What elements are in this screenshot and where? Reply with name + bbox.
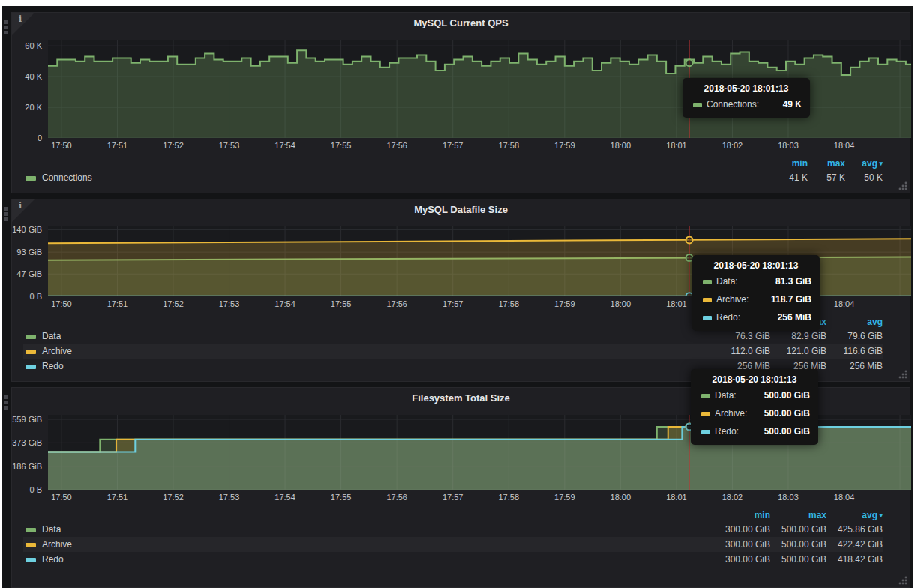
legend-stat-value: 300.00 GiB [714,539,770,550]
legend-series-row: Connections41 K57 K50 K [23,170,883,185]
panel-info-icon[interactable]: i [12,200,34,222]
legend-stat-value: 116.6 GiB [826,346,883,356]
x-axis-label: 17:54 [264,493,306,502]
x-axis-label: 18:01 [656,493,698,502]
legend-series-toggle-data[interactable]: Data [23,522,714,537]
x-axis-label: 17:52 [152,299,194,308]
x-axis-label: 17:59 [544,141,586,150]
panel-title[interactable]: MySQL Datafile Size [12,200,910,220]
legend-stat-value: 50 K [845,172,883,183]
x-axis-label: 17:59 [544,493,586,502]
legend-stat-value: 112.0 GiB [714,346,770,356]
tooltip-timestamp: 2018-05-20 18:01:13 [700,260,812,271]
series-color-dash-icon [26,528,36,532]
y-axis-label: 93 GiB [0,248,42,256]
panel-drag-handle[interactable] [4,19,10,36]
panel-resize-handle[interactable] [898,575,908,586]
x-axis-label: 18:04 [824,141,866,150]
tooltip-series-row: Data:500.00 GiB [699,388,810,403]
panel-drag-handle[interactable] [4,206,10,223]
x-axis-label: 18:00 [599,299,641,308]
x-axis-label: 17:58 [488,299,530,308]
x-axis-label: 17:51 [96,299,138,308]
legend-stat-value: 500.00 GiB [770,524,826,535]
legend-stat-value: 500.00 GiB [770,554,826,565]
y-axis-label: 0 [0,134,42,142]
x-axis-label: 17:55 [320,299,362,308]
panel-resize-handle[interactable] [898,181,908,191]
y-axis-label: 47 GiB [0,269,42,278]
x-axis-label: 18:02 [711,141,753,150]
legend-stat-value: 121.0 GiB [770,346,826,356]
series-color-dash-icon [693,103,702,107]
legend-stat-value: 57 K [808,172,845,183]
legend-stat-header-max[interactable]: max [770,510,826,520]
x-axis-label: 17:53 [208,299,250,308]
x-axis: 17:5017:5117:5217:5317:5417:5517:5617:57… [48,140,898,154]
legend-stat-header-min[interactable]: min [714,510,770,520]
legend-series-toggle-redo[interactable]: Redo [23,552,714,567]
legend-stat-header-avg[interactable]: avg ▾ [826,510,883,520]
legend-stat-header-max[interactable]: max [808,158,845,169]
series-color-dash-icon [703,298,712,302]
x-axis-label: 18:00 [599,493,641,502]
legend-series-row: Archive300.00 GiB500.00 GiB422.42 GiB [23,537,883,552]
panel-drag-handle[interactable] [4,394,10,411]
y-axis-label: 140 GiB [0,225,42,234]
y-axis-label: 186 GiB [0,462,42,471]
legend-stat-value: 418.42 GiB [826,554,883,565]
series-color-dash-icon [701,394,710,398]
legend-stat-value: 425.86 GiB [826,524,883,535]
panel-resize-handle[interactable] [898,369,908,380]
legend-series-row: Archive112.0 GiB121.0 GiB116.6 GiB [23,344,883,358]
legend-series-toggle-redo[interactable]: Redo [23,358,714,374]
series-color-dash-icon [703,316,712,320]
x-axis-label: 17:56 [376,493,418,502]
legend-series-toggle-data[interactable]: Data [23,328,714,344]
legend-stat-value: 82.9 GiB [770,331,826,341]
legend-series-toggle-connections[interactable]: Connections [23,170,770,185]
tooltip-timestamp: 2018-05-20 18:01:13 [691,83,802,94]
legend-stat-header-avg[interactable]: avg [826,316,883,327]
x-axis-label: 17:53 [208,141,250,150]
series-color-dash-icon [26,334,36,339]
x-axis-label: 17:54 [264,141,306,150]
x-axis-label: 17:54 [264,299,306,308]
x-axis-label: 18:04 [824,493,866,502]
legend-stat-value: 256 MiB [826,361,883,371]
legend-stat-value: 41 K [770,172,808,183]
series-color-dash-icon [26,350,36,354]
graph-tooltip: 2018-05-20 18:01:13 Connections:49 K [682,78,810,118]
x-axis-label: 17:58 [488,493,530,502]
x-axis: 17:5017:5117:5217:5317:5417:5517:5617:57… [48,491,898,506]
x-axis-label: 17:56 [376,141,418,150]
y-axis-label: 0 B [0,485,42,494]
legend-stat-value: 500.00 GiB [770,539,826,550]
legend-series-toggle-archive[interactable]: Archive [23,537,714,552]
grafana-dashboard: i MySQL Current QPS 020 K40 K60 K 17:501… [2,6,914,588]
legend-stat-header-min[interactable]: min [770,158,808,169]
series-color-dash-icon [703,280,712,284]
x-axis-label: 18:02 [711,493,753,502]
sort-caret-icon: ▾ [878,512,883,519]
tooltip-series-row: Archive:500.00 GiB [699,406,810,421]
x-axis-label: 17:50 [40,299,82,308]
x-axis-label: 17:52 [152,493,194,502]
y-axis-label: 20 K [0,103,42,112]
legend-stat-value: 300.00 GiB [714,524,770,535]
legend-series-toggle-archive[interactable]: Archive [23,344,714,358]
panel-title[interactable]: MySQL Current QPS [12,13,910,34]
x-axis-label: 18:01 [656,299,698,308]
series-color-dash-icon [26,543,36,548]
graph-tooltip: 2018-05-20 18:01:13 Data:500.00 GiBArchi… [691,369,818,445]
x-axis-label: 17:58 [488,141,530,150]
info-corner-triangle [12,13,34,35]
legend-stat-header-avg[interactable]: avg ▾ [845,158,883,169]
panel-info-icon[interactable]: i [12,13,34,35]
tooltip-timestamp: 2018-05-20 18:01:13 [699,374,810,385]
x-axis-label: 17:51 [96,141,138,150]
y-axis-label: 0 B [0,292,42,301]
x-axis-label: 17:53 [208,493,250,502]
y-axis-label: 60 K [0,41,42,50]
legend-stat-value: 300.00 GiB [714,554,770,565]
